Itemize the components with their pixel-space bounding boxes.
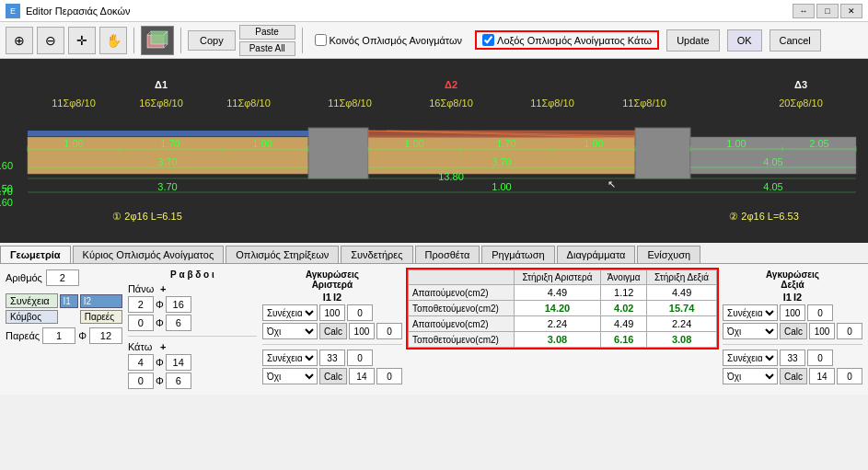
tab-main-reinforcement[interactable]: Κύριος Οπλισμός Ανοίγματος xyxy=(73,246,225,263)
kombos-box[interactable]: Κόμβος xyxy=(6,310,58,324)
ank-left-calc-1[interactable]: Calc xyxy=(319,323,347,339)
ank-right-v2-1[interactable] xyxy=(807,304,833,321)
ank-left-row-1: Συνέχεια xyxy=(262,304,402,321)
pano-num-1[interactable] xyxy=(128,296,154,313)
svg-text:1.00: 1.00 xyxy=(584,138,603,149)
ank-left-calc-2[interactable]: Calc xyxy=(319,368,347,384)
tab-connectors[interactable]: Συνδετήρες xyxy=(341,246,412,263)
ank-right-v1-4[interactable] xyxy=(809,368,835,384)
zoom-in-button[interactable]: ⊕ xyxy=(6,27,33,54)
kato-num-1[interactable] xyxy=(128,354,154,371)
pareas-box[interactable]: Παρεές xyxy=(80,310,122,324)
row-3-label: Τοποθετούμενο(cm2) xyxy=(408,332,514,348)
table-row-0: Απαιτούμενο(cm2) 4.49 1.12 4.49 xyxy=(408,285,716,301)
ankyrosis-left-section: ΑγκυρώσειςΑριστερά I1 I2 Συνέχεια Όχι Ca… xyxy=(262,269,402,389)
pano-plus: + xyxy=(160,283,166,294)
arithmos-label: Αριθμός xyxy=(6,272,42,283)
ravdoi-kato-2: Φ xyxy=(128,373,257,389)
update-button[interactable]: Update xyxy=(666,29,719,52)
row-0-stirixiD: 4.49 xyxy=(647,285,717,301)
arithmos-input[interactable] xyxy=(46,269,79,286)
ank-right-v2-2[interactable] xyxy=(837,323,862,339)
svg-rect-1 xyxy=(151,31,168,44)
ank-right-calc-1[interactable]: Calc xyxy=(780,323,807,339)
svg-rect-18 xyxy=(308,128,368,178)
i2-box[interactable]: I2 xyxy=(80,294,122,308)
ank-right-v2-4[interactable] xyxy=(837,368,862,384)
table-row-3: Τοποθετούμενο(cm2) 3.08 6.16 3.08 xyxy=(408,332,716,348)
row-3-stirixiA: 3.08 xyxy=(514,332,601,348)
zoom-fit-button[interactable]: ✛ xyxy=(68,27,96,54)
svg-text:.60: .60 xyxy=(0,160,13,171)
tab-extras[interactable]: Προσθέτα xyxy=(415,246,480,263)
ank-left-v1-2[interactable] xyxy=(349,323,375,339)
separator-1 xyxy=(133,28,134,53)
separator-2 xyxy=(180,28,181,53)
oblique-reinforcement-checkbox[interactable] xyxy=(482,34,494,46)
ank-left-v1-1[interactable] xyxy=(319,304,345,321)
kato-phi-1[interactable] xyxy=(166,354,191,371)
pano-num-2[interactable] xyxy=(128,315,154,331)
ank-right-calc-2[interactable]: Calc xyxy=(780,368,807,384)
canvas-area: Δ1 Δ2 Δ3 11Σφ8/10 16Σφ8/10 11Σφ8/10 11Σφ… xyxy=(0,59,868,243)
svg-text:1.70: 1.70 xyxy=(496,138,515,149)
i1-box[interactable]: I1 xyxy=(60,294,78,308)
cancel-button[interactable]: Cancel xyxy=(770,29,821,52)
phi-input[interactable] xyxy=(89,327,122,344)
ank-right-select-1[interactable]: Συνέχεια xyxy=(723,304,778,321)
ank-left-v1-3[interactable] xyxy=(319,350,345,366)
tab-support-reinforcement[interactable]: Οπλισμός Στηρίξεων xyxy=(226,246,339,263)
svg-text:3.70: 3.70 xyxy=(492,156,511,167)
ank-left-v2-4[interactable] xyxy=(376,368,402,384)
ank-left-v2-2[interactable] xyxy=(376,323,402,339)
pareas-num-input[interactable] xyxy=(42,327,75,344)
svg-text:0.70: 0.70 xyxy=(0,186,13,197)
ank-right-select-4[interactable]: Όχι xyxy=(723,368,778,384)
svg-text:Δ1: Δ1 xyxy=(155,79,168,90)
tab-reinforcement[interactable]: Ενίσχυση xyxy=(637,246,700,263)
ank-right-select-2[interactable]: Όχι xyxy=(723,323,778,339)
ank-right-select-3[interactable]: Συνέχεια xyxy=(723,350,778,366)
maximize-button[interactable]: □ xyxy=(816,4,839,18)
svg-text:Δ2: Δ2 xyxy=(445,79,457,90)
synexeia-box[interactable]: Συνέχεια xyxy=(6,293,58,308)
tab-diagrams[interactable]: Διαγράμματα xyxy=(557,246,636,263)
pano-phi-2[interactable] xyxy=(166,315,191,331)
ank-right-v1-1[interactable] xyxy=(780,304,805,321)
paste-all-button[interactable]: Paste All xyxy=(239,41,295,56)
ank-left-select-2[interactable]: Όχι xyxy=(262,323,318,339)
ank-right-v2-3[interactable] xyxy=(807,350,833,366)
paste-button[interactable]: Paste xyxy=(239,25,295,40)
ank-left-v2-1[interactable] xyxy=(347,304,373,321)
data-table-section: Στήριξη Αριστερά Άνοιγμα Στήριξη Δεξιά Α… xyxy=(408,269,717,389)
ank-right-v1-2[interactable] xyxy=(809,323,835,339)
common-reinforcement-checkbox[interactable] xyxy=(315,34,327,46)
svg-text:11Σφ8/10: 11Σφ8/10 xyxy=(52,97,96,109)
ank-left-select-1[interactable]: Συνέχεια xyxy=(262,304,318,321)
common-reinforcement-checkbox-label[interactable]: Κοινός Οπλισμός Ανοιγμάτων xyxy=(315,34,463,46)
row-2-anoigma: 4.49 xyxy=(601,316,647,332)
copy-button[interactable]: Copy xyxy=(188,30,236,51)
svg-text:4.05: 4.05 xyxy=(763,181,782,192)
row-0-label: Απαιτούμενο(cm2) xyxy=(408,285,514,301)
kato-phi-2[interactable] xyxy=(166,373,191,389)
ank-right-row-4: Όχι Calc xyxy=(723,368,862,384)
zoom-out-button[interactable]: ⊖ xyxy=(37,27,64,54)
ank-left-select-4[interactable]: Όχι xyxy=(262,368,318,384)
ank-left-select-3[interactable]: Συνέχεια xyxy=(262,350,318,366)
ank-left-v1-4[interactable] xyxy=(349,368,375,384)
pan-button[interactable]: ✋ xyxy=(99,27,127,54)
col-header-stirixiD: Στήριξη Δεξιά xyxy=(647,270,717,285)
pano-phi-1[interactable] xyxy=(166,296,191,313)
ok-button[interactable]: OK xyxy=(727,29,762,52)
arithmos-row: Αριθμός xyxy=(6,269,122,286)
ankyrosis-right-header: ΑγκυρώσειςΔεξιά xyxy=(723,269,862,290)
tab-cracking[interactable]: Ρηγμάτωση xyxy=(481,246,554,263)
kato-num-2[interactable] xyxy=(128,373,154,389)
svg-text:1.00: 1.00 xyxy=(404,138,423,149)
tab-geometry[interactable]: Γεωμετρία xyxy=(0,246,71,263)
ank-left-v2-3[interactable] xyxy=(347,350,373,366)
minimize-button[interactable]: ↔ xyxy=(793,4,815,18)
ank-right-v1-3[interactable] xyxy=(780,350,805,366)
close-button[interactable]: ✕ xyxy=(840,4,862,18)
